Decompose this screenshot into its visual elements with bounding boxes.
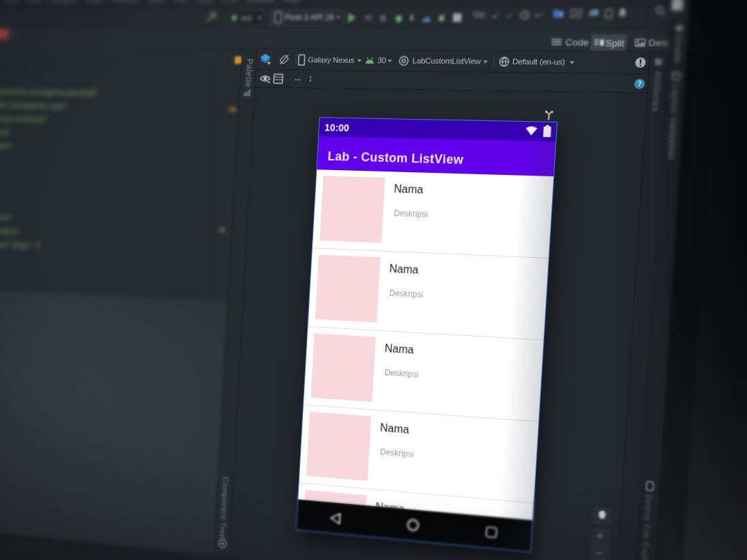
svg-text:?: ? — [637, 80, 642, 88]
